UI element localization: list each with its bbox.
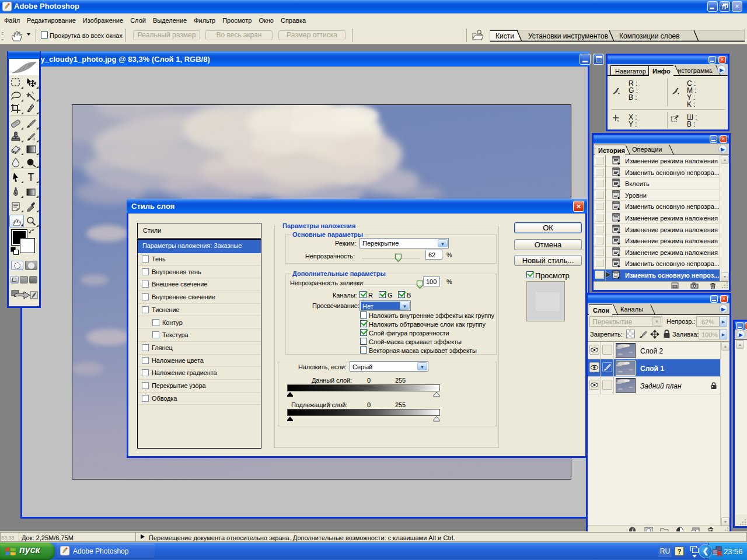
svg-text:Композиции слоев: Композиции слоев xyxy=(619,32,680,40)
svg-text:T: T xyxy=(28,172,34,183)
svg-text:Установки инструментов: Установки инструментов xyxy=(528,32,608,40)
svg-text:Кисти: Кисти xyxy=(495,32,514,40)
